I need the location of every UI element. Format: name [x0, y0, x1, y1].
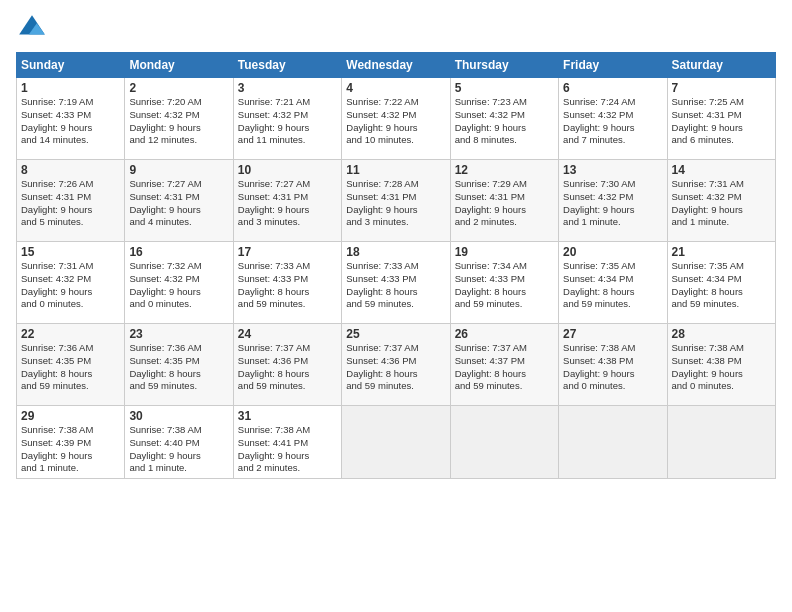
- calendar-cell: 17Sunrise: 7:33 AM Sunset: 4:33 PM Dayli…: [233, 242, 341, 324]
- calendar-cell: 5Sunrise: 7:23 AM Sunset: 4:32 PM Daylig…: [450, 78, 558, 160]
- day-number: 25: [346, 327, 445, 341]
- calendar-cell: [342, 406, 450, 479]
- weekday-header-tuesday: Tuesday: [233, 53, 341, 78]
- calendar-cell: 14Sunrise: 7:31 AM Sunset: 4:32 PM Dayli…: [667, 160, 775, 242]
- day-number: 17: [238, 245, 337, 259]
- day-info: Sunrise: 7:19 AM Sunset: 4:33 PM Dayligh…: [21, 96, 120, 147]
- calendar-cell: 26Sunrise: 7:37 AM Sunset: 4:37 PM Dayli…: [450, 324, 558, 406]
- day-info: Sunrise: 7:37 AM Sunset: 4:36 PM Dayligh…: [238, 342, 337, 393]
- calendar-cell: 4Sunrise: 7:22 AM Sunset: 4:32 PM Daylig…: [342, 78, 450, 160]
- day-number: 5: [455, 81, 554, 95]
- day-info: Sunrise: 7:38 AM Sunset: 4:38 PM Dayligh…: [672, 342, 771, 393]
- day-number: 23: [129, 327, 228, 341]
- calendar-cell: 30Sunrise: 7:38 AM Sunset: 4:40 PM Dayli…: [125, 406, 233, 479]
- calendar-cell: [559, 406, 667, 479]
- day-number: 16: [129, 245, 228, 259]
- weekday-header-sunday: Sunday: [17, 53, 125, 78]
- day-info: Sunrise: 7:22 AM Sunset: 4:32 PM Dayligh…: [346, 96, 445, 147]
- weekday-header-friday: Friday: [559, 53, 667, 78]
- calendar-cell: [450, 406, 558, 479]
- calendar-cell: 7Sunrise: 7:25 AM Sunset: 4:31 PM Daylig…: [667, 78, 775, 160]
- weekday-header-wednesday: Wednesday: [342, 53, 450, 78]
- calendar-cell: 3Sunrise: 7:21 AM Sunset: 4:32 PM Daylig…: [233, 78, 341, 160]
- day-number: 11: [346, 163, 445, 177]
- weekday-header-row: SundayMondayTuesdayWednesdayThursdayFrid…: [17, 53, 776, 78]
- day-info: Sunrise: 7:37 AM Sunset: 4:37 PM Dayligh…: [455, 342, 554, 393]
- calendar-cell: 21Sunrise: 7:35 AM Sunset: 4:34 PM Dayli…: [667, 242, 775, 324]
- day-info: Sunrise: 7:30 AM Sunset: 4:32 PM Dayligh…: [563, 178, 662, 229]
- calendar-cell: 22Sunrise: 7:36 AM Sunset: 4:35 PM Dayli…: [17, 324, 125, 406]
- day-number: 28: [672, 327, 771, 341]
- day-info: Sunrise: 7:35 AM Sunset: 4:34 PM Dayligh…: [563, 260, 662, 311]
- day-number: 7: [672, 81, 771, 95]
- calendar-cell: 25Sunrise: 7:37 AM Sunset: 4:36 PM Dayli…: [342, 324, 450, 406]
- calendar-cell: 24Sunrise: 7:37 AM Sunset: 4:36 PM Dayli…: [233, 324, 341, 406]
- calendar-cell: 13Sunrise: 7:30 AM Sunset: 4:32 PM Dayli…: [559, 160, 667, 242]
- day-info: Sunrise: 7:32 AM Sunset: 4:32 PM Dayligh…: [129, 260, 228, 311]
- day-info: Sunrise: 7:27 AM Sunset: 4:31 PM Dayligh…: [129, 178, 228, 229]
- calendar-cell: 19Sunrise: 7:34 AM Sunset: 4:33 PM Dayli…: [450, 242, 558, 324]
- calendar: SundayMondayTuesdayWednesdayThursdayFrid…: [16, 52, 776, 479]
- day-info: Sunrise: 7:31 AM Sunset: 4:32 PM Dayligh…: [21, 260, 120, 311]
- day-info: Sunrise: 7:21 AM Sunset: 4:32 PM Dayligh…: [238, 96, 337, 147]
- day-info: Sunrise: 7:24 AM Sunset: 4:32 PM Dayligh…: [563, 96, 662, 147]
- day-info: Sunrise: 7:36 AM Sunset: 4:35 PM Dayligh…: [21, 342, 120, 393]
- day-number: 15: [21, 245, 120, 259]
- day-info: Sunrise: 7:35 AM Sunset: 4:34 PM Dayligh…: [672, 260, 771, 311]
- day-number: 31: [238, 409, 337, 423]
- calendar-cell: 1Sunrise: 7:19 AM Sunset: 4:33 PM Daylig…: [17, 78, 125, 160]
- calendar-cell: 8Sunrise: 7:26 AM Sunset: 4:31 PM Daylig…: [17, 160, 125, 242]
- day-number: 30: [129, 409, 228, 423]
- calendar-cell: 12Sunrise: 7:29 AM Sunset: 4:31 PM Dayli…: [450, 160, 558, 242]
- day-number: 27: [563, 327, 662, 341]
- weekday-header-saturday: Saturday: [667, 53, 775, 78]
- day-info: Sunrise: 7:38 AM Sunset: 4:40 PM Dayligh…: [129, 424, 228, 475]
- calendar-cell: 29Sunrise: 7:38 AM Sunset: 4:39 PM Dayli…: [17, 406, 125, 479]
- calendar-week-4: 22Sunrise: 7:36 AM Sunset: 4:35 PM Dayli…: [17, 324, 776, 406]
- day-number: 4: [346, 81, 445, 95]
- day-number: 6: [563, 81, 662, 95]
- weekday-header-thursday: Thursday: [450, 53, 558, 78]
- calendar-cell: 27Sunrise: 7:38 AM Sunset: 4:38 PM Dayli…: [559, 324, 667, 406]
- day-number: 20: [563, 245, 662, 259]
- day-number: 10: [238, 163, 337, 177]
- day-number: 9: [129, 163, 228, 177]
- calendar-cell: [667, 406, 775, 479]
- day-info: Sunrise: 7:26 AM Sunset: 4:31 PM Dayligh…: [21, 178, 120, 229]
- calendar-cell: 28Sunrise: 7:38 AM Sunset: 4:38 PM Dayli…: [667, 324, 775, 406]
- calendar-week-5: 29Sunrise: 7:38 AM Sunset: 4:39 PM Dayli…: [17, 406, 776, 479]
- weekday-header-monday: Monday: [125, 53, 233, 78]
- logo: [16, 12, 52, 44]
- day-number: 22: [21, 327, 120, 341]
- calendar-cell: 6Sunrise: 7:24 AM Sunset: 4:32 PM Daylig…: [559, 78, 667, 160]
- calendar-cell: 15Sunrise: 7:31 AM Sunset: 4:32 PM Dayli…: [17, 242, 125, 324]
- calendar-cell: 31Sunrise: 7:38 AM Sunset: 4:41 PM Dayli…: [233, 406, 341, 479]
- calendar-week-1: 1Sunrise: 7:19 AM Sunset: 4:33 PM Daylig…: [17, 78, 776, 160]
- logo-icon: [16, 12, 48, 44]
- day-number: 12: [455, 163, 554, 177]
- header: [16, 12, 776, 44]
- calendar-cell: 2Sunrise: 7:20 AM Sunset: 4:32 PM Daylig…: [125, 78, 233, 160]
- day-number: 18: [346, 245, 445, 259]
- day-number: 14: [672, 163, 771, 177]
- day-number: 24: [238, 327, 337, 341]
- calendar-cell: 9Sunrise: 7:27 AM Sunset: 4:31 PM Daylig…: [125, 160, 233, 242]
- calendar-cell: 10Sunrise: 7:27 AM Sunset: 4:31 PM Dayli…: [233, 160, 341, 242]
- day-info: Sunrise: 7:38 AM Sunset: 4:41 PM Dayligh…: [238, 424, 337, 475]
- page: SundayMondayTuesdayWednesdayThursdayFrid…: [0, 0, 792, 612]
- day-info: Sunrise: 7:20 AM Sunset: 4:32 PM Dayligh…: [129, 96, 228, 147]
- day-info: Sunrise: 7:38 AM Sunset: 4:39 PM Dayligh…: [21, 424, 120, 475]
- day-number: 2: [129, 81, 228, 95]
- day-number: 8: [21, 163, 120, 177]
- day-number: 1: [21, 81, 120, 95]
- day-info: Sunrise: 7:33 AM Sunset: 4:33 PM Dayligh…: [238, 260, 337, 311]
- day-number: 3: [238, 81, 337, 95]
- day-info: Sunrise: 7:33 AM Sunset: 4:33 PM Dayligh…: [346, 260, 445, 311]
- day-number: 26: [455, 327, 554, 341]
- day-info: Sunrise: 7:38 AM Sunset: 4:38 PM Dayligh…: [563, 342, 662, 393]
- day-info: Sunrise: 7:27 AM Sunset: 4:31 PM Dayligh…: [238, 178, 337, 229]
- day-info: Sunrise: 7:28 AM Sunset: 4:31 PM Dayligh…: [346, 178, 445, 229]
- day-info: Sunrise: 7:29 AM Sunset: 4:31 PM Dayligh…: [455, 178, 554, 229]
- day-number: 21: [672, 245, 771, 259]
- calendar-week-2: 8Sunrise: 7:26 AM Sunset: 4:31 PM Daylig…: [17, 160, 776, 242]
